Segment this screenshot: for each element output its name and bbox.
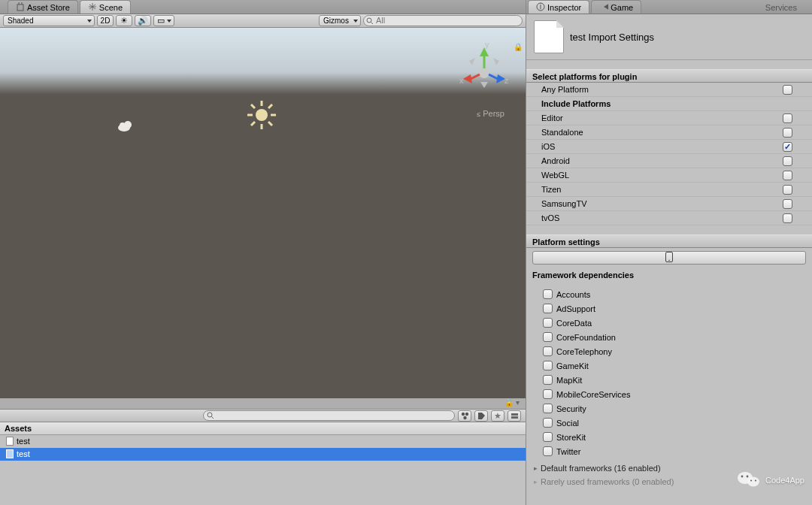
framework-row: CoreData — [543, 316, 806, 330]
svg-point-1 — [367, 18, 371, 23]
checkbox-mobilecoreservices[interactable] — [543, 389, 553, 399]
svg-line-11 — [268, 104, 272, 108]
filter-by-type-button[interactable] — [458, 410, 471, 422]
checkbox-accounts[interactable] — [543, 289, 553, 299]
gizmos-dropdown[interactable]: Gizmos — [319, 15, 361, 26]
toggle-2d-button[interactable]: 2D — [97, 15, 114, 26]
checkbox-any-platform[interactable] — [783, 85, 792, 95]
checkbox-ios[interactable] — [783, 142, 792, 152]
asset-item[interactable]: test — [0, 435, 526, 448]
watermark: Code4App — [737, 469, 804, 491]
pacman-icon — [599, 2, 608, 13]
framework-label: AdSupport — [556, 304, 595, 313]
framework-dependencies-title: Framework dependencies — [532, 271, 812, 280]
tab-asset-store[interactable]: Asset Store — [8, 0, 78, 14]
checkbox-android[interactable] — [783, 156, 792, 166]
search-icon — [366, 17, 374, 25]
platform-list: Any Platform Include Platforms Editor St… — [526, 83, 812, 225]
sun-icon: ☀ — [120, 16, 128, 26]
camera-gizmo[interactable] — [117, 119, 135, 132]
svg-line-8 — [251, 104, 255, 108]
svg-point-41 — [755, 479, 756, 481]
lock-icon[interactable]: 🔒 — [514, 43, 523, 51]
audio-toggle-button[interactable]: 🔊 — [135, 15, 151, 26]
framework-label: StoreKit — [556, 433, 586, 442]
wechat-icon — [737, 469, 761, 491]
framework-row: CoreTelephony — [543, 344, 806, 358]
framework-label: MobileCoreServices — [556, 390, 630, 399]
checkbox-standalone[interactable] — [783, 128, 792, 138]
search-icon — [207, 412, 214, 421]
platform-label: Any Platform — [541, 85, 783, 94]
tab-scene[interactable]: Scene — [80, 0, 131, 14]
platform-settings-tabs[interactable] — [532, 251, 806, 265]
checkbox-mapkit[interactable] — [543, 375, 553, 385]
checkbox-samsungtv[interactable] — [783, 199, 792, 209]
svg-point-3 — [256, 109, 268, 121]
checkbox-webgl[interactable] — [783, 171, 792, 180]
framework-row: MobileCoreServices — [543, 387, 806, 401]
project-search-input[interactable] — [203, 410, 455, 421]
checkbox-storekit[interactable] — [543, 432, 553, 442]
checkbox-coredata[interactable] — [543, 318, 553, 328]
left-panel: Asset Store Scene Shaded 2D ☀ 🔊 ▭ Gizmo — [0, 0, 526, 505]
checkbox-tvos[interactable] — [783, 213, 792, 223]
file-icon — [6, 449, 14, 458]
shading-dropdown[interactable]: Shaded — [3, 15, 95, 26]
platform-label: tvOS — [541, 213, 783, 222]
scene-search-input[interactable]: All — [363, 15, 523, 26]
checkbox-corefoundation[interactable] — [543, 332, 553, 342]
svg-point-15 — [479, 68, 489, 78]
checkbox-adsupport[interactable] — [543, 304, 553, 313]
lighting-toggle-button[interactable]: ☀ — [116, 15, 132, 26]
checkbox-coretelephony[interactable] — [543, 346, 553, 356]
checkbox-twitter[interactable] — [543, 446, 553, 456]
framework-label: Accounts — [556, 290, 590, 299]
svg-point-39 — [747, 476, 749, 478]
favorite-button[interactable]: ★ — [491, 410, 504, 422]
orientation-gizmo[interactable]: y x z — [458, 41, 511, 94]
tab-game[interactable]: Game — [591, 0, 641, 14]
asset-item[interactable]: test — [0, 448, 526, 461]
svg-point-14 — [120, 122, 126, 129]
tab-inspector[interactable]: i Inspector — [528, 0, 589, 14]
assets-header[interactable]: Assets — [0, 422, 526, 435]
platform-row-any: Any Platform — [526, 83, 812, 97]
phone-icon — [665, 252, 673, 264]
filter-by-label-button[interactable] — [474, 410, 488, 422]
framework-label: CoreTelephony — [556, 347, 612, 356]
checkbox-gamekit[interactable] — [543, 361, 553, 370]
scene-viewport[interactable]: 🔒 — [0, 28, 526, 398]
checkbox-security[interactable] — [543, 404, 553, 413]
svg-point-37 — [747, 477, 759, 487]
platform-label: Android — [541, 156, 783, 165]
inspector-title: test Import Settings — [570, 32, 654, 43]
checkbox-social[interactable] — [543, 418, 553, 428]
panel-resize-handle[interactable]: 🔒 ▾ — [0, 398, 526, 409]
platform-label: Standalone — [541, 128, 783, 137]
framework-list: Accounts AdSupport CoreData CoreFoundati… — [526, 284, 812, 461]
hidden-packages-button[interactable] — [508, 410, 521, 422]
image-icon: ▭ — [157, 16, 165, 25]
grid-icon — [88, 2, 97, 13]
axis-y-label: y — [485, 41, 489, 49]
framework-label: MapKit — [556, 376, 582, 385]
checkbox-tizen[interactable] — [783, 185, 792, 195]
assets-list: test test — [0, 435, 526, 505]
svg-point-38 — [741, 476, 744, 478]
platform-label: Tizen — [541, 185, 783, 194]
fx-dropdown[interactable]: ▭ — [153, 15, 174, 26]
search-placeholder: All — [376, 16, 385, 25]
platform-label: WebGL — [541, 171, 783, 180]
framework-row: StoreKit — [543, 430, 806, 444]
platform-row: iOS — [526, 140, 812, 154]
tab-services[interactable]: Services — [750, 2, 812, 14]
framework-row: CoreFoundation — [543, 330, 806, 344]
checkbox-editor[interactable] — [783, 113, 792, 123]
directional-light-gizmo[interactable] — [246, 99, 277, 131]
framework-row: AdSupport — [543, 301, 806, 316]
projection-label[interactable]: ≤ Persp — [477, 109, 504, 118]
svg-marker-23 — [469, 58, 475, 65]
tab-label: Inspector — [547, 3, 581, 12]
platform-row: Editor — [526, 111, 812, 125]
